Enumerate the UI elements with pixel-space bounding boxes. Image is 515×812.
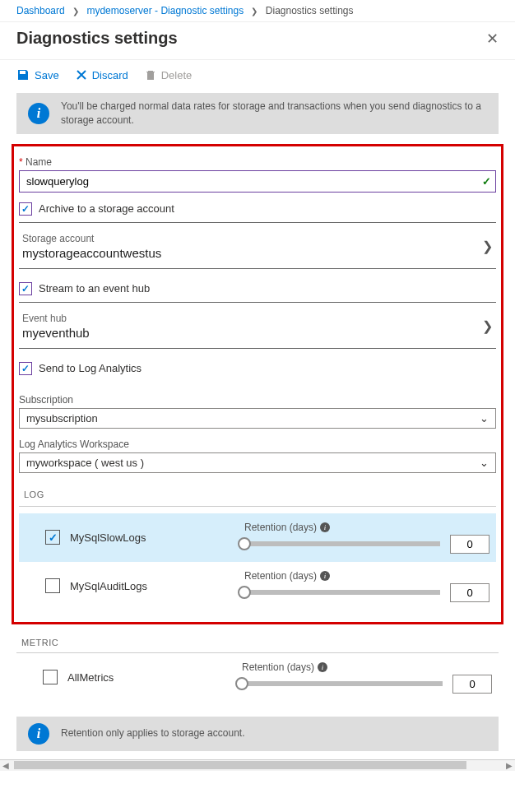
info-banner-retention: i Retention only applies to storage acco… bbox=[16, 717, 499, 751]
info-banner-rates: i You'll be charged normal data rates fo… bbox=[16, 93, 499, 134]
delete-button: Delete bbox=[145, 68, 193, 81]
stream-label: Stream to an event hub bbox=[39, 282, 150, 295]
log-name: MySqlAuditLogs bbox=[70, 580, 234, 592]
name-label: Name bbox=[19, 156, 496, 168]
workspace-select[interactable]: myworkspace ( west us ) ⌄ bbox=[19, 452, 496, 473]
retention-days-input[interactable] bbox=[452, 675, 492, 694]
breadcrumb-current: Diagnostics settings bbox=[266, 5, 354, 16]
info-hint-icon[interactable]: i bbox=[320, 571, 330, 581]
toolbar: Save Discard Delete bbox=[0, 59, 515, 93]
metric-section-header: METRIC bbox=[21, 638, 499, 647]
chevron-right-icon: ❯ bbox=[482, 318, 493, 334]
metric-row-allmetrics: AllMetrics Retention (days)i bbox=[16, 653, 499, 702]
chevron-right-icon: ❯ bbox=[72, 7, 79, 16]
page-title: Diagnostics settings bbox=[16, 29, 178, 48]
archive-checkbox[interactable] bbox=[19, 202, 32, 216]
subscription-label: Subscription bbox=[19, 394, 496, 406]
log-auditlogs-checkbox[interactable] bbox=[45, 578, 60, 593]
close-button[interactable]: ✕ bbox=[486, 30, 499, 48]
info-hint-icon[interactable]: i bbox=[320, 522, 330, 532]
info-icon: i bbox=[28, 723, 49, 745]
horizontal-scrollbar[interactable]: ◀ ▶ bbox=[0, 759, 515, 771]
log-section-header: LOG bbox=[24, 490, 496, 499]
info-hint-icon[interactable]: i bbox=[318, 662, 327, 672]
workspace-label: Log Analytics Workspace bbox=[19, 438, 496, 450]
stream-checkbox[interactable] bbox=[19, 282, 32, 295]
highlighted-form-region: Name ✓ Archive to a storage account Stor… bbox=[12, 144, 503, 624]
send-log-analytics-checkbox[interactable] bbox=[19, 362, 32, 375]
retention-days-input[interactable] bbox=[450, 583, 489, 602]
metric-allmetrics-checkbox[interactable] bbox=[43, 670, 58, 684]
save-icon bbox=[16, 68, 30, 81]
name-input[interactable] bbox=[19, 170, 496, 193]
log-slowlogs-checkbox[interactable] bbox=[45, 530, 60, 545]
chevron-down-icon: ⌄ bbox=[480, 412, 489, 425]
storage-account-picker[interactable]: Storage account mystorageaccountwestus ❯ bbox=[19, 230, 496, 269]
breadcrumb-server[interactable]: mydemoserver - Diagnostic settings bbox=[86, 5, 244, 16]
valid-check-icon: ✓ bbox=[482, 175, 491, 188]
chevron-down-icon: ⌄ bbox=[480, 457, 489, 469]
scrollbar-thumb[interactable] bbox=[14, 761, 466, 769]
breadcrumb: Dashboard ❯ mydemoserver - Diagnostic se… bbox=[0, 0, 515, 22]
delete-icon bbox=[145, 69, 156, 81]
retention-slider[interactable] bbox=[242, 681, 443, 686]
archive-label: Archive to a storage account bbox=[39, 202, 174, 215]
info-icon: i bbox=[28, 103, 49, 124]
log-row-slowlogs: MySqlSlowLogs Retention (days)i bbox=[19, 513, 496, 562]
retention-days-input[interactable] bbox=[450, 535, 489, 554]
log-name: MySqlSlowLogs bbox=[70, 531, 234, 544]
event-hub-picker[interactable]: Event hub myeventhub ❯ bbox=[19, 309, 496, 349]
discard-icon bbox=[76, 69, 87, 81]
scroll-left-icon[interactable]: ◀ bbox=[0, 761, 12, 770]
save-button[interactable]: Save bbox=[16, 68, 59, 81]
retention-slider[interactable] bbox=[244, 590, 440, 595]
send-log-analytics-label: Send to Log Analytics bbox=[39, 362, 142, 374]
retention-slider[interactable] bbox=[244, 541, 440, 546]
breadcrumb-dashboard[interactable]: Dashboard bbox=[16, 5, 65, 16]
scroll-right-icon[interactable]: ▶ bbox=[503, 761, 515, 770]
chevron-right-icon: ❯ bbox=[482, 239, 493, 254]
log-row-auditlogs: MySqlAuditLogs Retention (days)i bbox=[19, 562, 496, 610]
subscription-select[interactable]: mysubscription ⌄ bbox=[19, 408, 496, 429]
discard-button[interactable]: Discard bbox=[76, 68, 128, 81]
metric-name: AllMetrics bbox=[67, 671, 232, 684]
chevron-right-icon: ❯ bbox=[251, 7, 258, 16]
